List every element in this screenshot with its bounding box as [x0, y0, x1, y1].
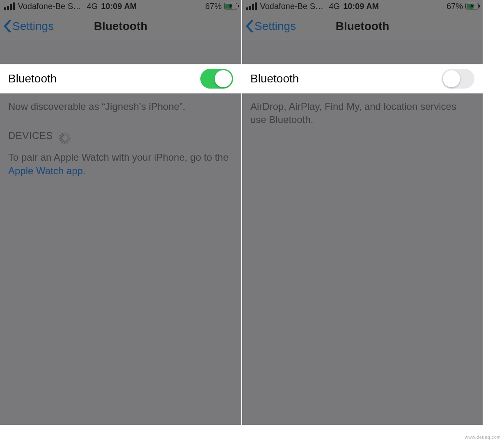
- loading-spinner-icon: [59, 130, 71, 142]
- network-type: 4G: [329, 2, 340, 11]
- bluetooth-toggle[interactable]: [442, 69, 474, 89]
- clock: 10:09 AM: [101, 2, 137, 11]
- chevron-left-icon: [245, 20, 254, 32]
- battery-percent: 67%: [205, 2, 222, 11]
- battery-icon: [465, 3, 479, 9]
- nav-bar: Settings Bluetooth: [0, 12, 241, 40]
- status-bar: Vodafone-Be Sa... 4G 10:09 AM 67%: [0, 0, 241, 12]
- devices-section-header: DEVICES: [0, 113, 241, 142]
- battery-percent: 67%: [447, 2, 463, 11]
- clock: 10:09 AM: [343, 2, 379, 11]
- nav-bar: Settings Bluetooth: [242, 12, 483, 40]
- back-label: Settings: [12, 20, 54, 33]
- battery-icon: [224, 3, 237, 9]
- back-button[interactable]: Settings: [242, 20, 296, 33]
- devices-header-label: DEVICES: [8, 130, 53, 141]
- bluetooth-row-label: Bluetooth: [250, 72, 442, 85]
- status-bar: Vodafone-Be Sa... 4G 10:09 AM 67%: [242, 0, 483, 12]
- back-button[interactable]: Settings: [0, 20, 54, 33]
- carrier-label: Vodafone-Be Sa...: [260, 2, 326, 11]
- network-type: 4G: [87, 2, 98, 11]
- carrier-label: Vodafone-Be Sa...: [18, 2, 84, 11]
- screen-bluetooth-off: Vodafone-Be Sa... 4G 10:09 AM 67% Settin…: [241, 0, 483, 425]
- chevron-left-icon: [3, 20, 11, 32]
- charging-bolt-icon: [229, 3, 233, 9]
- discoverable-text: Now discoverable as “Jignesh’s iPhone”.: [0, 93, 241, 113]
- bluetooth-toggle-row[interactable]: Bluetooth: [0, 64, 241, 93]
- bluetooth-off-info: AirDrop, AirPlay, Find My, and location …: [242, 93, 483, 127]
- bluetooth-row-label: Bluetooth: [8, 72, 200, 85]
- signal-strength-icon: [246, 2, 257, 10]
- bluetooth-toggle[interactable]: [200, 69, 233, 89]
- pair-watch-text: To pair an Apple Watch with your iPhone,…: [0, 142, 241, 178]
- screen-bluetooth-on: Vodafone-Be Sa... 4G 10:09 AM 67% Settin…: [0, 0, 241, 425]
- signal-strength-icon: [4, 2, 15, 10]
- bluetooth-toggle-row[interactable]: Bluetooth: [242, 64, 483, 93]
- apple-watch-app-link[interactable]: Apple Watch app: [8, 165, 83, 176]
- watermark: www.deuaq.com: [465, 435, 501, 440]
- charging-bolt-icon: [470, 3, 474, 9]
- back-label: Settings: [254, 20, 296, 33]
